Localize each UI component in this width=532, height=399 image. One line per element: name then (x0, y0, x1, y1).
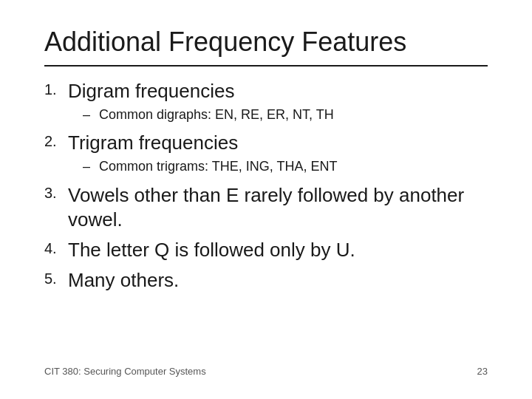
numbered-row: 3. Vowels other than E rarely followed b… (44, 183, 488, 231)
sub-text: Common digraphs: EN, RE, ER, NT, TH (99, 107, 334, 123)
item-label: Digram frequencies (68, 80, 234, 103)
item-label: Trigram frequencies (68, 132, 238, 154)
item-number: 3. (44, 183, 68, 202)
sub-item: – Common trigrams: THE, ING, THA, ENT (83, 159, 488, 174)
sub-dash: – (83, 159, 99, 174)
footer-page-number: 23 (477, 366, 488, 377)
list-item: 5. Many others. (44, 269, 488, 296)
sub-dash: – (83, 107, 99, 123)
list-item: 2. Trigram frequencies – Common trigrams… (44, 132, 488, 180)
numbered-row: 2. Trigram frequencies (44, 132, 488, 154)
item-number: 2. (44, 132, 68, 150)
title-divider (44, 65, 488, 66)
item-number: 4. (44, 239, 68, 257)
list-item: 4. The letter Q is followed only by U. (44, 239, 488, 266)
sub-text: Common trigrams: THE, ING, THA, ENT (99, 159, 337, 174)
numbered-row: 5. Many others. (44, 269, 488, 292)
item-number: 5. (44, 269, 68, 287)
item-label: Many others. (68, 269, 179, 292)
item-label: Vowels other than E rarely followed by a… (68, 183, 488, 231)
slide-footer: CIT 380: Securing Computer Systems 23 (44, 358, 488, 377)
list-item: 1. Digram frequencies – Common digraphs:… (44, 80, 488, 129)
item-number: 1. (44, 80, 68, 98)
slide-title: Additional Frequency Features (44, 27, 488, 58)
sub-item: – Common digraphs: EN, RE, ER, NT, TH (83, 107, 488, 123)
numbered-row: 4. The letter Q is followed only by U. (44, 239, 488, 262)
numbered-row: 1. Digram frequencies (44, 80, 488, 103)
list-item: 3. Vowels other than E rarely followed b… (44, 183, 488, 236)
item-label: The letter Q is followed only by U. (68, 239, 355, 262)
content-area: 1. Digram frequencies – Common digraphs:… (44, 80, 488, 358)
slide: Additional Frequency Features 1. Digram … (0, 0, 532, 399)
footer-course: CIT 380: Securing Computer Systems (44, 366, 206, 377)
